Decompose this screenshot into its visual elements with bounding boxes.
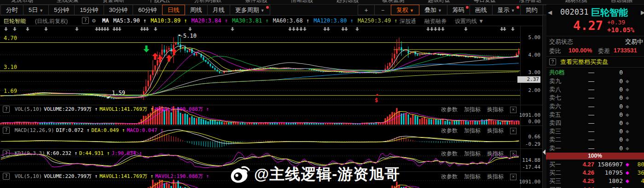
help-icon[interactable]: ? xyxy=(549,58,556,65)
top-menu-item[interactable]: 分析师指数 xyxy=(194,0,221,4)
panel-separator xyxy=(0,148,542,149)
indicator-axis-label: 0.00 xyxy=(518,119,540,125)
period-button-月线[interactable]: 月线 xyxy=(207,5,230,15)
sell-row-卖八[interactable]: 卖八—0◆0 xyxy=(546,85,644,94)
top-menu-item[interactable]: 超级盯盘 xyxy=(428,0,450,4)
buy-row-买四[interactable]: 买四4.24750◆9 xyxy=(546,186,644,188)
top-menu-item[interactable]: 龙虎市场 xyxy=(11,0,33,4)
help-icon[interactable]: ? xyxy=(3,150,10,157)
tool-button-－[interactable]: － xyxy=(374,5,391,15)
gear-icon[interactable]: ⚙ xyxy=(92,17,96,24)
market-link-2[interactable]: 设置均线 ▼ xyxy=(455,18,484,24)
top-menu-item[interactable]: 每日复盘 xyxy=(474,0,496,4)
改参数-button[interactable]: 改参数 xyxy=(441,127,458,134)
sell-row-卖六[interactable]: 卖六—0◆0 xyxy=(546,103,644,111)
buy-row-买三[interactable]: 买三4.251802◆43 xyxy=(546,177,644,185)
collapse-arrow-icon[interactable] xyxy=(543,149,545,155)
加指标-button[interactable]: 加指标 xyxy=(464,173,481,180)
period-button-5日[interactable]: 5日▼ xyxy=(23,5,49,15)
period-button-分时[interactable]: 分时 xyxy=(0,5,23,15)
sell-row-卖五[interactable]: 卖五—0◆0 xyxy=(546,111,644,119)
加指标-button[interactable]: 加指标 xyxy=(464,150,481,157)
level-volume: 0 xyxy=(594,77,623,85)
top-menu-item[interactable]: 主线类聚 xyxy=(57,0,79,4)
level-price: — xyxy=(565,127,594,136)
chevron-down-icon: ▼ xyxy=(511,8,515,13)
period-button-更多周期[interactable]: 更多周期▼ xyxy=(230,5,270,15)
top-menu-item[interactable]: 板块监测 xyxy=(382,0,404,4)
加指标-button[interactable]: 加指标 xyxy=(464,127,481,134)
top-menu-item[interactable]: 情绪选股 xyxy=(291,0,313,4)
top-menu-item[interactable]: 自选提醒 xyxy=(611,0,633,4)
tool-button-简约[interactable]: 简约 xyxy=(520,5,543,15)
diamond-icon: ◆ xyxy=(626,160,629,169)
改参数-button[interactable]: 改参数 xyxy=(441,150,458,157)
stock-name: 巨轮智能 xyxy=(591,6,628,19)
top-menu-item[interactable]: 条件选股 xyxy=(245,0,267,4)
market-link-1[interactable]: 融资融券 xyxy=(424,18,447,24)
period-button-30分钟[interactable]: 30分钟 xyxy=(104,5,133,15)
top-menu-item[interactable]: 涨停雷达 xyxy=(519,0,541,4)
view-full-order-book-link[interactable]: 查看完整档买卖盘 xyxy=(560,58,608,66)
sell-row-卖一[interactable]: 卖一—0◆0 xyxy=(546,144,644,153)
换指标-button[interactable]: 换指标 xyxy=(487,127,504,134)
tool-button-复权[interactable]: 复权▼ xyxy=(391,5,419,15)
buy-row-买一[interactable]: 买一4.271586907◆808 xyxy=(546,160,644,169)
divider xyxy=(546,36,644,36)
改参数-button[interactable]: 改参数 xyxy=(441,106,458,113)
period-button-周线[interactable]: 周线 xyxy=(185,5,208,15)
period-button-日线[interactable]: 日线 xyxy=(162,5,185,15)
weicha-label: 委差 xyxy=(598,47,610,55)
period-button-15分钟[interactable]: 15分钟 xyxy=(74,5,104,15)
prev-stock-icon[interactable]: ◀ xyxy=(548,9,552,16)
close-icon[interactable]: × xyxy=(510,107,516,113)
sell-row-卖三[interactable]: 卖三—0◆0 xyxy=(546,127,644,136)
level-price: — xyxy=(565,136,594,144)
top-menu-item[interactable]: 趋势选股 xyxy=(337,0,359,4)
换指标-button[interactable]: 换指标 xyxy=(487,173,504,180)
tool-button-＋[interactable]: ＋ xyxy=(358,5,375,15)
close-icon[interactable]: × xyxy=(510,151,516,157)
price-change: +0.39 xyxy=(607,19,625,26)
period-button-60分钟[interactable]: 60分钟 xyxy=(133,5,162,15)
top-menu-items[interactable]: 龙虎市场主线类聚资金调研个股风云分析师指数条件选股情绪选股趋势选股板块监测超级盯… xyxy=(0,0,644,4)
level-label: 卖七 xyxy=(549,94,561,102)
sell-row-卖七[interactable]: 卖七—0◆0 xyxy=(546,94,644,102)
diamond-icon: ◆ xyxy=(626,85,629,94)
tool-button-叠加[interactable]: 叠加▼ xyxy=(419,5,447,15)
close-icon[interactable]: × xyxy=(510,128,516,134)
改参数-button[interactable]: 改参数 xyxy=(441,173,458,180)
period-buttons: 分时5日▼5分钟15分钟30分钟60分钟日线周线月线更多周期▼ xyxy=(1,5,270,15)
panel-separator xyxy=(0,105,542,105)
换指标-button[interactable]: 换指标 xyxy=(487,150,504,157)
level-volume: 1586907 xyxy=(594,160,623,169)
level-price: — xyxy=(565,119,594,127)
tool-button-显示[interactable]: 显示▼ xyxy=(492,5,521,15)
level-volume: 10795 xyxy=(594,169,623,177)
level-volume: 0 xyxy=(594,111,623,119)
help-icon[interactable]: ? xyxy=(3,173,10,180)
red-dot-badge xyxy=(516,6,519,9)
tool-button-筹码[interactable]: 筹码 xyxy=(447,5,470,15)
next-stock-icon[interactable]: ▶ xyxy=(641,9,644,16)
close-icon[interactable]: × xyxy=(510,174,516,180)
main-candlestick-chart[interactable]: 5.101.59$ xyxy=(0,26,520,105)
top-menu-item[interactable]: 个股风云 xyxy=(148,0,170,4)
sell-row-卖九[interactable]: 卖九—0◆0 xyxy=(546,77,644,85)
help-icon[interactable]: ? xyxy=(82,17,89,24)
top-menu-item[interactable]: 资金调研 xyxy=(103,0,125,4)
period-button-5分钟[interactable]: 5分钟 xyxy=(48,5,75,15)
sell-row-卖二[interactable]: 卖二—0◆0 xyxy=(546,136,644,144)
diamond-icon: ◆ xyxy=(626,144,629,153)
market-link-0[interactable]: 深股通 xyxy=(400,18,416,24)
sell-row-卖四[interactable]: 卖四—0◆0 xyxy=(546,119,644,127)
quote-panel: ◀ 002031 巨轮智能 ▶ 4.27 +0.39 +10.05% 交易状态 … xyxy=(546,5,644,188)
top-menu-item[interactable]: 题材挖掘 xyxy=(565,0,587,4)
level-extra: 0 xyxy=(630,119,644,127)
buy-row-买二[interactable]: 买二4.2610795◆360 xyxy=(546,169,644,177)
换指标-button[interactable]: 换指标 xyxy=(487,106,504,113)
tool-button-画线[interactable]: 画线 xyxy=(470,5,493,15)
加指标-button[interactable]: 加指标 xyxy=(464,106,481,113)
help-icon[interactable]: ? xyxy=(3,106,10,113)
help-icon[interactable]: ? xyxy=(3,127,10,134)
